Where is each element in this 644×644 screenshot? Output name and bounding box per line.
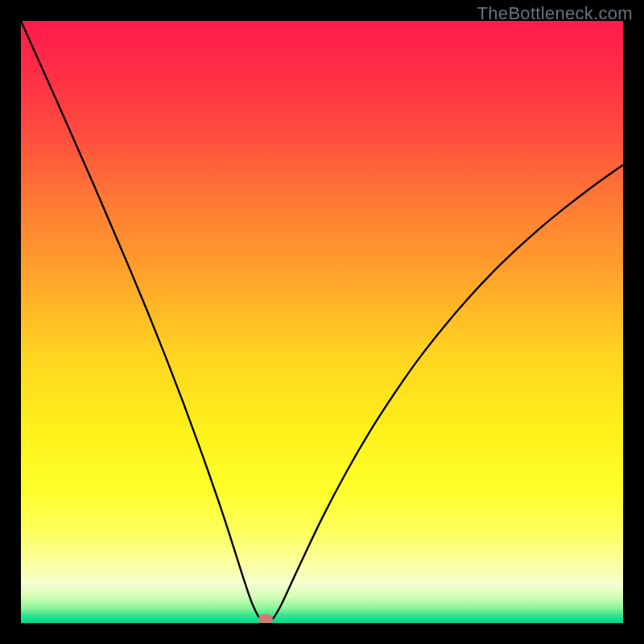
plot-frame xyxy=(21,21,623,623)
watermark-text: TheBottleneck.com xyxy=(477,3,633,24)
bottleneck-plot xyxy=(21,21,623,623)
chart-stage: TheBottleneck.com xyxy=(0,0,644,644)
gradient-background xyxy=(21,21,623,623)
optimal-marker xyxy=(258,614,273,623)
